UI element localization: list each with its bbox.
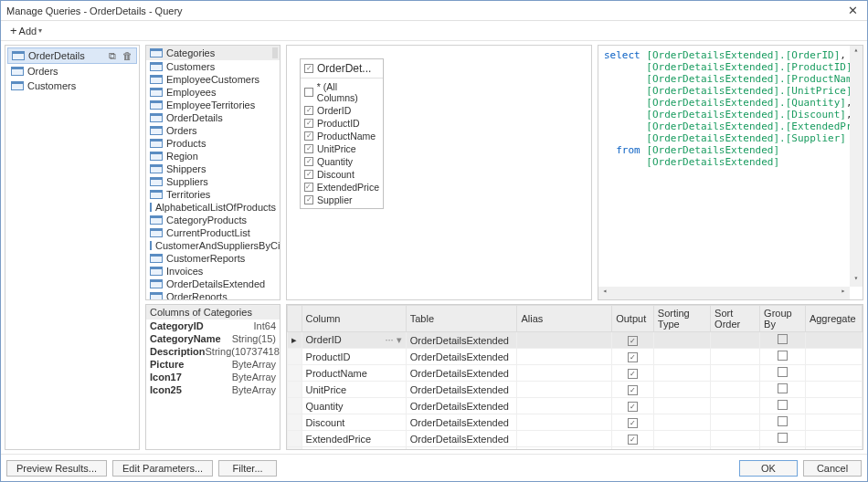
cell-sort-order[interactable] — [711, 349, 760, 365]
table-item[interactable]: Suppliers — [146, 175, 280, 188]
checkbox-icon[interactable] — [778, 449, 788, 450]
filter-button[interactable]: Filter... — [218, 460, 277, 477]
diagram-area[interactable]: ✓ OrderDet... * (All Columns)✓OrderID✓Pr… — [286, 45, 592, 300]
cell-sort-order[interactable] — [711, 398, 760, 414]
cell-sort-order[interactable] — [711, 382, 760, 398]
col-alias[interactable]: Alias — [517, 306, 612, 332]
diagram-col[interactable]: ✓ProductID — [304, 117, 379, 130]
table-item[interactable]: Employees — [146, 86, 280, 99]
query-item[interactable]: OrderDetails⧉🗑 — [7, 47, 137, 64]
checkbox-icon[interactable]: ✓ — [628, 336, 638, 346]
cell-group-by[interactable] — [760, 431, 806, 447]
col-output[interactable]: Output — [612, 306, 654, 332]
checkbox-icon[interactable] — [778, 334, 788, 344]
cell-aggregate[interactable] — [805, 365, 862, 382]
cell-aggregate[interactable] — [805, 398, 862, 414]
cell-output[interactable]: ✓ — [612, 447, 654, 451]
checkbox-icon[interactable] — [778, 351, 788, 361]
cell-alias[interactable] — [517, 431, 612, 447]
diagram-node[interactable]: ✓ OrderDet... * (All Columns)✓OrderID✓Pr… — [300, 58, 384, 209]
checkbox-icon[interactable] — [778, 367, 788, 377]
diagram-col-all[interactable]: * (All Columns) — [304, 80, 379, 104]
column-row[interactable]: Icon17ByteArray — [146, 371, 280, 383]
cell-alias[interactable] — [517, 365, 612, 382]
cell-column[interactable]: Quantity — [302, 398, 406, 414]
cell-aggregate[interactable] — [805, 447, 862, 451]
cell-output[interactable]: ✓ — [612, 332, 654, 349]
diagram-col[interactable]: ✓Quantity — [304, 155, 379, 168]
table-item[interactable]: OrderDetails — [146, 111, 280, 124]
table-item[interactable]: CurrentProductList — [146, 226, 280, 239]
cell-alias[interactable] — [517, 332, 612, 349]
cell-column[interactable]: ExtendedPrice — [302, 431, 406, 447]
checkbox[interactable]: ✓ — [304, 119, 313, 128]
cell-alias[interactable] — [517, 398, 612, 414]
cell-output[interactable]: ✓ — [612, 398, 654, 414]
cell-sort-order[interactable] — [711, 447, 760, 451]
cell-output[interactable]: ✓ — [612, 365, 654, 382]
col-table[interactable]: Table — [406, 306, 517, 332]
grid-row[interactable]: ProductNameOrderDetailsExtended✓ — [288, 365, 863, 382]
checkbox-icon[interactable]: ✓ — [628, 385, 638, 395]
checkbox[interactable]: ✓ — [304, 144, 313, 153]
checkbox[interactable]: ✓ — [304, 131, 313, 141]
cell-aggregate[interactable] — [805, 382, 862, 398]
column-row[interactable]: DescriptionString(1073741823) — [146, 345, 280, 358]
col-sorting-type[interactable]: Sorting Type — [653, 306, 710, 332]
node-checkbox[interactable]: ✓ — [304, 64, 313, 73]
cell-sorting-type[interactable] — [653, 447, 710, 451]
cell-column[interactable]: OrderID··· ▾ — [302, 332, 406, 349]
cell-aggregate[interactable] — [805, 431, 862, 447]
query-item[interactable]: Customers — [7, 79, 137, 93]
checkbox-icon[interactable]: ✓ — [628, 369, 638, 379]
cell-aggregate[interactable] — [805, 414, 862, 431]
cell-sorting-type[interactable] — [653, 398, 710, 414]
cell-group-by[interactable] — [760, 414, 806, 431]
table-item[interactable]: Products — [146, 137, 280, 150]
cell-sorting-type[interactable] — [653, 431, 710, 447]
cell-table[interactable]: OrderDetailsExtended — [406, 365, 517, 382]
table-item[interactable]: Customers — [146, 60, 280, 73]
checkbox[interactable] — [304, 88, 313, 97]
cell-sort-order[interactable] — [711, 332, 760, 349]
cell-group-by[interactable] — [760, 332, 806, 349]
cell-table[interactable]: OrderDetailsExtended — [406, 431, 517, 447]
checkbox[interactable]: ✓ — [304, 183, 313, 192]
cell-aggregate[interactable] — [805, 349, 862, 365]
diagram-col[interactable]: ✓Discount — [304, 168, 379, 181]
cell-sort-order[interactable] — [711, 431, 760, 447]
checkbox-icon[interactable]: ✓ — [628, 352, 638, 362]
checkbox-icon[interactable]: ✓ — [628, 418, 638, 428]
cell-group-by[interactable] — [760, 447, 806, 451]
column-row[interactable]: CategoryIDInt64 — [146, 320, 280, 332]
grid-row[interactable]: ExtendedPriceOrderDetailsExtended✓ — [288, 431, 863, 447]
cell-alias[interactable] — [517, 447, 612, 451]
cell-table[interactable]: OrderDetailsExtended — [406, 332, 517, 349]
table-item[interactable]: OrderDetailsExtended — [146, 278, 280, 290]
diagram-col[interactable]: ✓UnitPrice — [304, 142, 379, 155]
table-item[interactable]: Territories — [146, 188, 280, 201]
table-item[interactable]: Region — [146, 150, 280, 162]
scrollbar[interactable] — [272, 47, 278, 58]
cell-column[interactable]: ProductName — [302, 365, 406, 382]
col-group-by[interactable]: Group By — [760, 306, 806, 332]
cell-column[interactable]: UnitPrice — [302, 382, 406, 398]
cell-group-by[interactable] — [760, 365, 806, 382]
cell-table[interactable]: OrderDetailsExtended — [406, 398, 517, 414]
cell-sort-order[interactable] — [711, 414, 760, 431]
checkbox[interactable]: ✓ — [304, 195, 313, 204]
cell-table[interactable]: OrderDetailsExtended — [406, 414, 517, 431]
table-item[interactable]: CustomerReports — [146, 252, 280, 265]
checkbox[interactable]: ✓ — [304, 170, 313, 179]
diagram-col[interactable]: ✓Supplier — [304, 194, 379, 206]
cell-sort-order[interactable] — [711, 365, 760, 382]
table-item[interactable]: Orders — [146, 124, 280, 137]
diagram-col[interactable]: ✓ProductName — [304, 130, 379, 142]
checkbox-icon[interactable]: ✓ — [628, 435, 638, 445]
checkbox-icon[interactable] — [778, 416, 788, 426]
edit-parameters-button[interactable]: Edit Parameters... — [112, 460, 213, 477]
col-sort-order[interactable]: Sort Order — [711, 306, 760, 332]
cell-sorting-type[interactable] — [653, 382, 710, 398]
cell-table[interactable]: OrderDetailsExtended — [406, 349, 517, 365]
diagram-col[interactable]: ✓ExtendedPrice — [304, 181, 379, 194]
